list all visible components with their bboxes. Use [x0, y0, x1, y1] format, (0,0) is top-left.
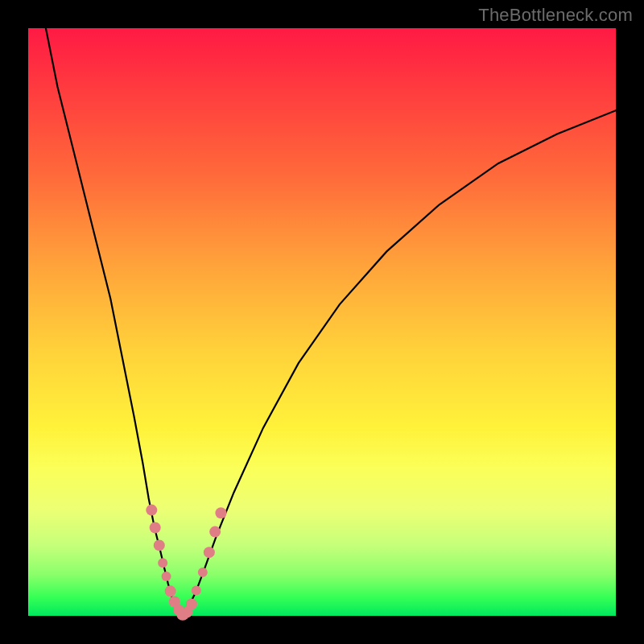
marker-point: [150, 522, 161, 534]
marker-point: [186, 598, 197, 609]
marker-point: [146, 505, 157, 516]
curve-right-branch: [181, 110, 616, 616]
marker-point: [204, 547, 215, 558]
marker-point: [165, 585, 176, 597]
plot-area: [28, 28, 616, 616]
marker-point: [158, 558, 167, 568]
marker-point: [198, 568, 208, 577]
marker-point: [192, 586, 201, 596]
chart-svg: [28, 28, 616, 616]
marker-point: [209, 526, 221, 538]
marker-cluster: [146, 505, 226, 621]
marker-point: [162, 572, 171, 581]
marker-point: [215, 507, 226, 518]
watermark-text: TheBottleneck.com: [478, 5, 633, 26]
chart-frame: TheBottleneck.com: [0, 0, 644, 644]
marker-point: [154, 539, 165, 551]
